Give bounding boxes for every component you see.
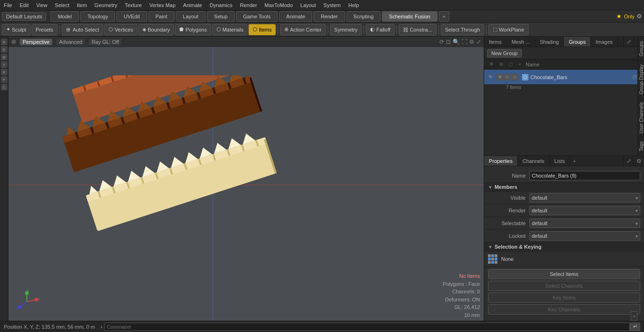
eye-icon[interactable]: 👁	[488, 61, 495, 68]
tab-groups[interactable]: Groups	[564, 37, 591, 47]
sidebar-tool-1[interactable]: N	[1, 39, 8, 45]
tab-render[interactable]: Render	[314, 11, 345, 22]
settings-icon[interactable]: ⚙	[469, 39, 474, 45]
tab-shading[interactable]: Shading	[535, 37, 564, 47]
command-submit-button[interactable]: ↵	[630, 323, 640, 331]
action-center-button[interactable]: ⊕ Action Center	[280, 24, 326, 35]
materials-button[interactable]: ⬡ Materials	[212, 24, 248, 35]
sidebar-tool-2[interactable]: D	[1, 46, 8, 53]
sidebar-tool-6[interactable]: P	[1, 76, 8, 83]
props-tab-lists[interactable]: Lists	[550, 156, 570, 166]
tab-images[interactable]: Images	[591, 37, 618, 47]
key-channels-button[interactable]: Key Channels	[488, 304, 640, 315]
expand-icon[interactable]: ⤢	[476, 39, 481, 45]
name-property-input[interactable]	[529, 171, 640, 180]
new-group-button[interactable]: New Group	[487, 49, 522, 57]
tab-layout[interactable]: Layout	[176, 11, 206, 22]
menu-edit[interactable]: Edit	[16, 2, 33, 8]
star-icon[interactable]: ★	[616, 13, 622, 20]
tab-topology[interactable]: Topology	[80, 11, 115, 22]
group-visibility-icon[interactable]: 👁	[488, 74, 495, 81]
tab-model[interactable]: Model	[50, 11, 79, 22]
menu-view[interactable]: View	[33, 2, 51, 8]
edge-tab-user-channels[interactable]: User Channels	[638, 98, 644, 137]
group-row[interactable]: 👁 ⚙ □ □ ⬡ Chocolate_Bars (9) : Group	[484, 70, 644, 85]
layout-dropdown[interactable]: Default Layouts	[2, 12, 46, 21]
auto-select-button[interactable]: ⛨ Auto Select	[62, 24, 103, 35]
select-through-button[interactable]: Select Through	[441, 24, 484, 35]
zoom-in-icon[interactable]: 🔍	[453, 39, 460, 45]
panel-scroll-down-button[interactable]: ›	[631, 311, 637, 321]
panel-expand-icon[interactable]: ⤢	[623, 37, 634, 47]
select-items-button[interactable]: Select Items	[488, 269, 640, 279]
presets-button[interactable]: Presets	[32, 24, 58, 35]
symmetry-button[interactable]: Symmetry	[330, 24, 362, 35]
edge-tab-groups[interactable]: Groups	[638, 37, 644, 60]
selectable-dropdown[interactable]: default ▾	[529, 219, 640, 228]
menu-dynamics[interactable]: Dynamics	[206, 2, 236, 8]
locked-label: Locked	[488, 233, 526, 239]
menu-geometry[interactable]: Geometry	[91, 2, 121, 8]
tab-game-tools[interactable]: Game Tools	[236, 11, 278, 22]
advanced-tab[interactable]: Advanced	[56, 39, 85, 45]
edge-tab-group-display[interactable]: Group Display	[638, 60, 644, 98]
sidebar-tool-5[interactable]: E	[1, 69, 8, 75]
perspective-tab[interactable]: Perspective	[20, 39, 52, 45]
tab-setup[interactable]: Setup	[207, 11, 235, 22]
vertices-button[interactable]: ⬡ Vertices	[104, 24, 137, 35]
ray-gl-tab[interactable]: Ray GL: Off	[89, 39, 122, 45]
props-add-tab[interactable]: +	[570, 158, 578, 164]
menu-animate[interactable]: Animate	[179, 2, 206, 8]
settings-icon[interactable]: ⚙	[636, 13, 642, 20]
menu-vertex-map[interactable]: Vertex Map	[146, 2, 180, 8]
tab-uvedit[interactable]: UVEdit	[116, 11, 147, 22]
fit-icon[interactable]: ⊡	[446, 39, 451, 45]
menu-system[interactable]: System	[320, 2, 345, 8]
menu-item[interactable]: Item	[73, 2, 91, 8]
props-tab-properties[interactable]: Properties	[484, 156, 518, 166]
polygons-button[interactable]: ⬟ Polygons	[175, 24, 211, 35]
only-label[interactable]: Only	[624, 14, 635, 19]
command-input[interactable]	[104, 323, 630, 331]
render-dropdown[interactable]: default ▾	[529, 206, 640, 215]
constraints-button[interactable]: ⛓ Constra...	[399, 24, 437, 35]
boundary-button[interactable]: ◈ Boundary	[138, 24, 174, 35]
viewport[interactable]: Perspective Advanced Ray GL: Off ⟳ ⊡ 🔍 ⛶…	[8, 37, 484, 321]
sidebar-tool-3[interactable]: M	[1, 54, 8, 60]
tab-mesh[interactable]: Mesh ...	[507, 37, 535, 47]
visible-dropdown[interactable]: default ▾	[529, 193, 640, 202]
props-tab-channels[interactable]: Channels	[518, 156, 549, 166]
sidebar-tool-4[interactable]: V	[1, 61, 8, 68]
sculpt-button[interactable]: ✦ Sculpt	[2, 24, 31, 35]
menu-maxtomodo[interactable]: MaxToModo	[261, 2, 297, 8]
falloff-button[interactable]: ◐ Falloff	[366, 24, 395, 35]
members-section[interactable]: ▼ Members	[484, 183, 644, 192]
sel-keying-section[interactable]: ▼ Selection & Keying	[484, 243, 644, 251]
render-icon[interactable]: ⬡	[507, 61, 514, 68]
key-items-button[interactable]: Key Items	[488, 292, 640, 303]
items-button[interactable]: ⬡ Items	[248, 24, 276, 35]
menu-render[interactable]: Render	[236, 2, 261, 8]
workplane-button[interactable]: ⬚ WorkPlane	[488, 24, 528, 35]
menu-texture[interactable]: Texture	[121, 2, 146, 8]
props-settings-icon[interactable]: ⚙	[634, 156, 644, 166]
menu-layout[interactable]: Layout	[297, 2, 320, 8]
locked-dropdown[interactable]: default ▾	[529, 231, 640, 241]
menu-select[interactable]: Select	[51, 2, 73, 8]
tab-items[interactable]: Items	[484, 37, 507, 47]
tab-animate[interactable]: Animate	[279, 11, 312, 22]
edge-tab-tags[interactable]: Tags	[638, 137, 644, 155]
tab-scripting[interactable]: Scripting	[347, 11, 381, 22]
add-layout-button[interactable]: +	[439, 11, 449, 22]
maximize-icon[interactable]: ⛶	[462, 39, 467, 45]
plus-icon[interactable]: +	[516, 61, 524, 68]
props-expand-icon[interactable]: ⤢	[623, 156, 634, 166]
sidebar-tool-7[interactable]: C	[1, 84, 8, 90]
tab-paint[interactable]: Paint	[149, 11, 174, 22]
select-channels-button[interactable]: Select Channels	[488, 281, 640, 291]
menu-help[interactable]: Help	[345, 2, 363, 8]
rotate-icon[interactable]: ⟳	[439, 39, 444, 45]
menu-file[interactable]: File	[0, 2, 16, 8]
tab-schematic-fusion[interactable]: Schematic Fusion	[382, 11, 437, 22]
lock-icon[interactable]: ⚙	[497, 61, 505, 68]
